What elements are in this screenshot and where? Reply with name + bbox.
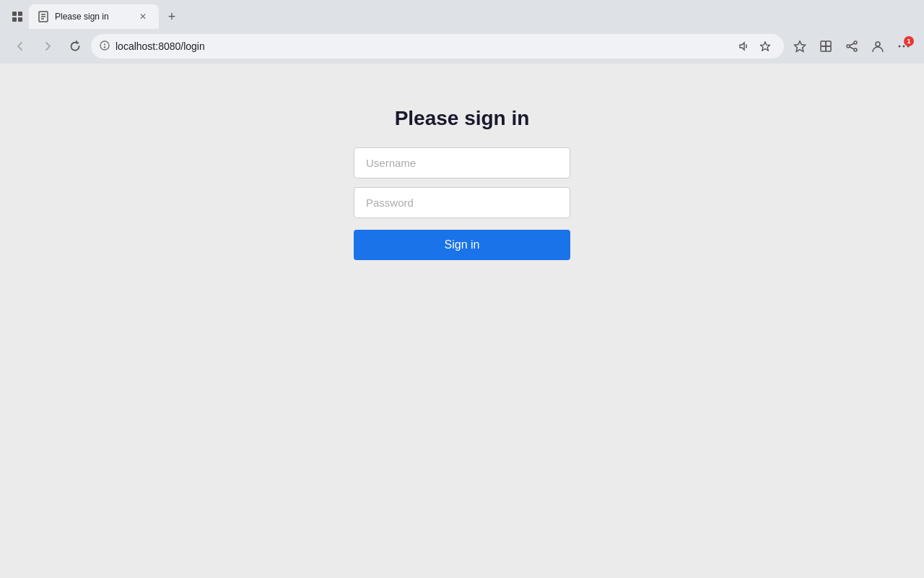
new-tab-button[interactable]: +	[162, 7, 182, 27]
notification-badge: 1	[904, 36, 914, 46]
svg-rect-16	[826, 46, 831, 51]
svg-point-17	[854, 41, 857, 44]
address-bar[interactable]: localhost:8080/login	[91, 34, 784, 59]
username-input[interactable]	[354, 147, 570, 178]
svg-rect-15	[821, 46, 826, 51]
read-aloud-button[interactable]	[733, 36, 754, 56]
security-icon	[100, 40, 110, 53]
more-options-button[interactable]: 1	[892, 35, 915, 58]
svg-point-18	[847, 45, 850, 48]
svg-point-24	[903, 46, 905, 48]
enhance-star-button[interactable]	[755, 36, 775, 56]
browser-toolbar: localhost:8080/login	[0, 29, 924, 64]
login-form: Please sign in Sign in	[354, 107, 570, 260]
svg-point-10	[104, 46, 105, 47]
svg-marker-12	[795, 41, 806, 51]
tab-bar: Please sign in ✕ +	[0, 0, 924, 29]
address-bar-actions	[733, 36, 775, 56]
browser-chrome: Please sign in ✕ +	[0, 0, 924, 64]
forward-button[interactable]	[36, 35, 59, 58]
favorites-star-button[interactable]	[788, 35, 811, 58]
share-button[interactable]	[840, 35, 863, 58]
sign-in-button[interactable]: Sign in	[354, 230, 570, 260]
toolbar-actions: 1	[788, 35, 915, 58]
svg-point-22	[876, 42, 880, 46]
svg-rect-0	[12, 12, 17, 16]
page-content: Please sign in Sign in	[0, 64, 924, 578]
svg-rect-1	[18, 12, 22, 16]
tab-favicon-icon	[38, 11, 49, 22]
svg-point-23	[899, 46, 901, 48]
url-text: localhost:8080/login	[116, 40, 728, 52]
refresh-button[interactable]	[64, 35, 87, 58]
back-button[interactable]	[9, 35, 32, 58]
page-title: Please sign in	[395, 107, 530, 130]
svg-rect-3	[18, 17, 22, 22]
svg-line-21	[850, 47, 854, 49]
svg-marker-11	[761, 42, 770, 51]
svg-point-19	[854, 48, 857, 51]
password-input[interactable]	[354, 187, 570, 218]
collections-button[interactable]	[814, 35, 837, 58]
tab-title: Please sign in	[55, 12, 130, 22]
svg-rect-13	[821, 41, 826, 46]
svg-rect-14	[826, 41, 831, 46]
svg-rect-2	[12, 17, 17, 22]
tab-grid-button[interactable]	[6, 5, 29, 28]
svg-line-20	[850, 43, 854, 46]
active-tab[interactable]: Please sign in ✕	[29, 4, 159, 29]
tab-close-button[interactable]: ✕	[136, 9, 150, 24]
profile-button[interactable]	[866, 35, 889, 58]
